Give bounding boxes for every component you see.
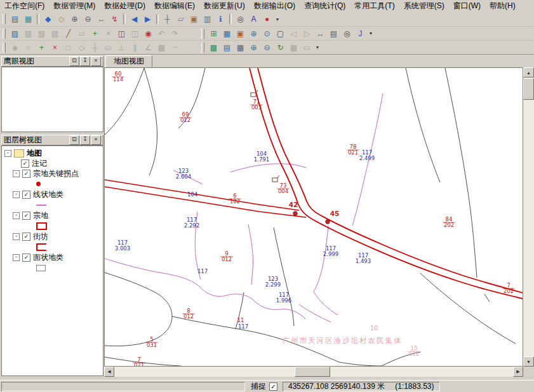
toolbar-grip[interactable]	[201, 43, 204, 53]
layer-row-4[interactable]: -✓街坊	[4, 231, 103, 241]
toolbar-overflow-button[interactable]: ▾	[367, 27, 375, 40]
menu-item-9[interactable]: 窗口(W)	[449, 0, 485, 13]
add-point-feature-icon[interactable]: ●	[260, 13, 274, 25]
menu-item-10[interactable]: 帮助(H)	[485, 0, 520, 13]
tile-windows-icon[interactable]: ▦	[220, 27, 234, 40]
goto-position-icon[interactable]: J	[354, 27, 367, 40]
find-icon[interactable]: ◎	[234, 13, 247, 25]
menu-item-8[interactable]: 系统管理(S)	[399, 0, 449, 13]
split-feature-icon[interactable]: ◫	[115, 27, 128, 40]
eagle-eye-canvas[interactable]	[1, 67, 103, 132]
find-label-icon[interactable]: A	[247, 13, 260, 25]
layer-visibility-checkbox[interactable]: ✓	[21, 159, 29, 168]
zoom-free-icon[interactable]: ⊕	[247, 27, 260, 40]
delete-node-icon[interactable]: ×	[48, 41, 62, 54]
map-properties-icon[interactable]: ▣	[234, 27, 247, 40]
layout-view-icon[interactable]: ▤	[220, 41, 234, 54]
layer-visibility-checkbox[interactable]: ✓	[22, 170, 30, 178]
menu-item-3[interactable]: 数据编辑(E)	[150, 0, 199, 13]
merge-features-icon[interactable]: ▣	[187, 13, 201, 25]
map-canvas[interactable]: 6011469012710037802173004610284202901272…	[105, 68, 523, 366]
layer-label[interactable]: 线状地类	[33, 189, 63, 200]
pin-panel-icon[interactable]: ↧	[80, 57, 90, 66]
thematic-map-icon[interactable]: ▩	[207, 41, 220, 54]
measure-distance-icon[interactable]: ┼	[161, 13, 174, 25]
zoom-in-tool-icon[interactable]: ⊕	[68, 13, 81, 25]
vertex-edit-icon[interactable]: ▱	[174, 13, 187, 25]
map-vertical-scrollbar[interactable]: ▲ ▼	[523, 67, 534, 367]
save-workspace-icon[interactable]: ▦	[22, 13, 35, 25]
tree-root-label[interactable]: 地图	[27, 148, 42, 159]
layer-label[interactable]: 面状地类	[33, 252, 63, 263]
menu-item-0[interactable]: 工作空间(F)	[0, 0, 49, 13]
layer-row-1[interactable]: -✓宗地关键拐点	[4, 168, 103, 179]
zoom-out-alt-icon[interactable]: ⊖	[260, 41, 274, 54]
snap-checkbox[interactable]: ✓	[269, 382, 277, 391]
toolbar-overflow-button[interactable]: ▾	[274, 13, 281, 25]
collapse-icon[interactable]: -	[13, 212, 20, 219]
toolbar-grip[interactable]	[3, 14, 6, 24]
export-map-image-icon[interactable]: ▨	[8, 27, 22, 40]
map-find-icon[interactable]: ◎	[340, 27, 354, 40]
float-panel-icon[interactable]: ⊡	[69, 135, 79, 145]
statistics-icon[interactable]: ▥	[201, 13, 214, 25]
layer-tree-titlebar[interactable]: 图层树视图 ⊡↧×	[1, 135, 103, 145]
toolbar-overflow-button[interactable]: ▾	[314, 41, 321, 54]
menu-item-7[interactable]: 常用工具(T)	[350, 0, 399, 13]
eagle-eye-titlebar[interactable]: 鹰眼视图 ⊡↧×	[1, 56, 103, 67]
new-map-window-icon[interactable]: ⊞	[207, 27, 220, 40]
close-panel-icon[interactable]: ×	[91, 57, 101, 66]
select-region-tool-icon[interactable]: ◇	[55, 13, 68, 25]
open-workspace-icon[interactable]: ▤	[8, 13, 22, 25]
refresh-view-icon[interactable]: ↻	[274, 41, 287, 54]
toolbar-grip[interactable]	[201, 29, 204, 39]
layer-row-5[interactable]: -✓面状地类	[4, 252, 103, 262]
collapse-icon[interactable]: -	[13, 233, 20, 240]
pin-panel-icon[interactable]: ↧	[80, 135, 90, 145]
layer-visibility-checkbox[interactable]: ✓	[22, 233, 30, 241]
snap-toggle-icon[interactable]: ◉	[142, 27, 155, 40]
full-extent-icon[interactable]: ▢	[274, 27, 287, 40]
collapse-icon[interactable]: -	[13, 254, 20, 261]
horizontal-scroll-thumb[interactable]	[295, 367, 330, 377]
print-map-icon[interactable]: ▦	[234, 41, 247, 54]
tree-root-row[interactable]: -地图	[4, 148, 103, 158]
collapse-icon[interactable]: -	[13, 191, 20, 198]
collapse-icon[interactable]: -	[13, 170, 20, 177]
float-panel-icon[interactable]: ⊡	[69, 57, 79, 66]
identify-info-icon[interactable]: ℹ	[214, 13, 227, 25]
menu-item-6[interactable]: 查询统计(Q)	[300, 0, 350, 13]
next-view-icon[interactable]: ▶	[141, 13, 154, 25]
menu-item-4[interactable]: 数据更新(U)	[199, 0, 250, 13]
layer-label[interactable]: 宗地	[33, 210, 48, 221]
menu-item-2[interactable]: 数据处理(D)	[100, 0, 150, 13]
refresh-map-icon[interactable]: ↯	[108, 13, 121, 25]
layer-row-0[interactable]: ✓注记	[4, 158, 103, 168]
collapse-icon[interactable]: -	[4, 150, 11, 157]
add-node-icon[interactable]: +	[35, 41, 48, 54]
tab-map-view[interactable]: 地图视图	[105, 55, 152, 67]
zoom-in-alt-icon[interactable]: ⊕	[247, 41, 260, 54]
menu-item-5[interactable]: 数据输出(O)	[250, 0, 300, 13]
scroll-right-icon[interactable]: ▶	[513, 367, 523, 377]
scroll-up-icon[interactable]: ▲	[523, 67, 534, 78]
toolbar-grip[interactable]	[3, 29, 6, 39]
layer-label[interactable]: 街坊	[33, 231, 48, 242]
layer-visibility-checkbox[interactable]: ✓	[22, 191, 30, 199]
toolbar-grip[interactable]	[3, 43, 6, 53]
layer-row-3[interactable]: -✓宗地	[4, 210, 103, 220]
zoom-selected-icon[interactable]: ⊙	[260, 27, 274, 40]
layer-visibility-checkbox[interactable]: ✓	[22, 253, 30, 262]
select-tool-icon[interactable]: ◆	[41, 13, 55, 25]
zoom-out-tool-icon[interactable]: ⊖	[81, 13, 95, 25]
pan-view-icon[interactable]: ↔	[314, 27, 327, 40]
scroll-down-icon[interactable]: ▼	[523, 356, 534, 367]
layer-manager-icon[interactable]: ▤	[327, 27, 340, 40]
previous-view-icon[interactable]: ◀	[128, 13, 141, 25]
draw-line-icon[interactable]: ╱	[62, 27, 75, 40]
layer-visibility-checkbox[interactable]: ✓	[22, 212, 30, 220]
menu-item-1[interactable]: 数据管理(M)	[49, 0, 100, 13]
layer-row-2[interactable]: -✓线状地类	[4, 189, 103, 199]
layer-label[interactable]: 宗地关键拐点	[33, 168, 79, 179]
close-panel-icon[interactable]: ×	[91, 135, 101, 145]
